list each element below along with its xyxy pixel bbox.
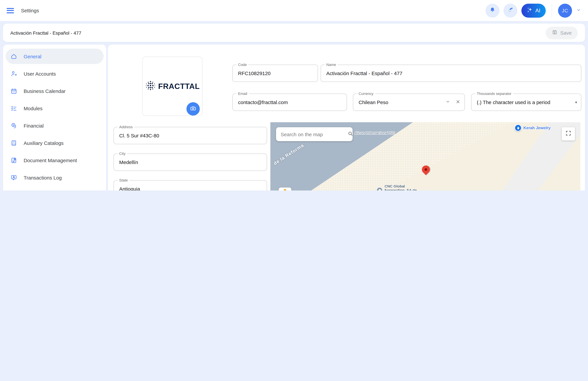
sidebar-item-user-accounts[interactable]: User Accounts — [6, 66, 104, 81]
page-title: Settings — [21, 8, 39, 13]
street-view-pegman[interactable] — [279, 188, 291, 190]
fracttal-logo-icon — [145, 80, 156, 93]
sidebar-item-general[interactable]: General — [6, 49, 104, 64]
fracttal-logo-text: FRACTTAL — [158, 82, 200, 91]
account-chevron-down-icon[interactable] — [576, 7, 581, 14]
state-value: Antioquia — [119, 186, 140, 190]
pegman-icon — [281, 189, 289, 190]
code-value: RFC10829120 — [238, 70, 271, 76]
notifications-button[interactable] — [485, 3, 500, 18]
book-icon — [10, 139, 17, 146]
shopping-bag-icon — [514, 124, 522, 131]
fullscreen-icon — [565, 130, 571, 138]
currency-select[interactable]: Currency Chilean Peso — [353, 94, 465, 111]
city-label: City — [118, 151, 127, 155]
email-value: contacto@fracttal.com — [238, 99, 288, 105]
location-map[interactable]: de la Reforma Aicon Internacional SC Ker… — [270, 122, 580, 190]
name-field[interactable]: Name Activación Fracttal - Español - 477 — [321, 64, 581, 82]
dropdown-arrow-icon[interactable]: ▾ — [575, 100, 577, 105]
menu-icon[interactable] — [7, 8, 14, 13]
chat-person-icon — [10, 174, 17, 181]
sidebar-item-security[interactable]: Security — [6, 187, 104, 190]
state-label: State — [118, 178, 129, 182]
map-building-label: Aicon Internacional SC — [355, 131, 395, 135]
poi-kerah-jewelry[interactable]: Kerah Jewelry — [514, 124, 550, 131]
search-icon[interactable] — [348, 131, 353, 138]
thousands-separator-select[interactable]: Thousands separator (.) The character us… — [471, 94, 581, 111]
name-value: Activación Fracttal - Español - 477 — [326, 70, 402, 76]
city-value: Medellín — [119, 159, 138, 165]
bell-icon — [489, 6, 496, 15]
user-avatar[interactable]: JC — [558, 3, 572, 18]
code-label: Code — [236, 63, 249, 67]
rocket-icon — [507, 6, 514, 15]
address-value: Cl. 5 Sur #43C-80 — [119, 133, 159, 138]
email-label: Email — [236, 92, 249, 96]
chevron-down-icon[interactable] — [445, 99, 450, 105]
topbar: Settings AI JC — [0, 0, 588, 21]
general-settings-panel: FRACTTAL Code RFC10829120 Name Activació… — [108, 45, 585, 190]
document-clock-icon — [10, 157, 17, 164]
calendar-icon — [10, 87, 17, 94]
coins-icon: $ — [10, 122, 17, 129]
record-toolbar: Activación Fracttal - Español - 477 Save — [3, 24, 585, 42]
topbar-divider — [552, 4, 552, 17]
change-logo-button[interactable] — [187, 102, 200, 116]
home-icon — [10, 53, 17, 60]
ai-label: AI — [535, 7, 540, 14]
map-search-input[interactable] — [280, 131, 348, 137]
email-field[interactable]: Email contacto@fracttal.com — [232, 94, 347, 111]
sidebar-item-business-calendar[interactable]: Business Calendar — [6, 83, 104, 99]
address-label: Address — [118, 125, 134, 129]
sidebar-item-document-management[interactable]: Document Management — [6, 152, 104, 168]
ai-button[interactable]: AI — [521, 3, 546, 18]
settings-sidebar: General User Accounts Business Calendar … — [3, 45, 106, 190]
sidebar-item-auxiliary-catalogs[interactable]: Auxiliary Catalogs — [6, 135, 104, 150]
whats-new-button[interactable] — [504, 3, 517, 18]
currency-value: Chilean Peso — [358, 99, 388, 105]
currency-label: Currency — [357, 92, 375, 96]
address-field[interactable]: Address Cl. 5 Sur #43C-80 — [114, 127, 267, 144]
thousands-separator-label: Thousands separator — [475, 92, 513, 96]
record-title: Activación Fracttal - Español - 477 — [10, 30, 81, 36]
app-window: Settings AI JC Activación Fracttal - Esp… — [0, 0, 588, 190]
svg-text:$: $ — [13, 124, 14, 126]
user-add-icon — [10, 70, 17, 77]
sidebar-item-financial[interactable]: $ Financial — [6, 118, 104, 133]
city-field[interactable]: City Medellín — [114, 153, 267, 171]
state-field[interactable]: State Antioquia — [114, 180, 267, 190]
camera-icon — [190, 105, 196, 113]
save-icon — [552, 29, 558, 36]
code-field[interactable]: Code RFC10829120 — [232, 64, 318, 82]
thousands-separator-value: (.) The character used is a period — [477, 99, 550, 105]
name-label: Name — [325, 63, 338, 67]
map-search-box — [276, 127, 353, 141]
sidebar-item-transactions-log[interactable]: Transactions Log — [6, 170, 104, 185]
checklist-icon — [10, 105, 17, 112]
clear-icon[interactable] — [456, 99, 461, 106]
sparkles-icon — [527, 7, 533, 14]
poi-cnc-global[interactable]: CNC Global Forwarding, SA de CV — [376, 184, 420, 190]
save-button[interactable]: Save — [546, 26, 578, 39]
sidebar-item-modules[interactable]: Modules — [6, 101, 104, 116]
map-fullscreen-button[interactable] — [562, 127, 575, 141]
save-label: Save — [560, 30, 572, 36]
business-dot-icon — [376, 187, 383, 190]
